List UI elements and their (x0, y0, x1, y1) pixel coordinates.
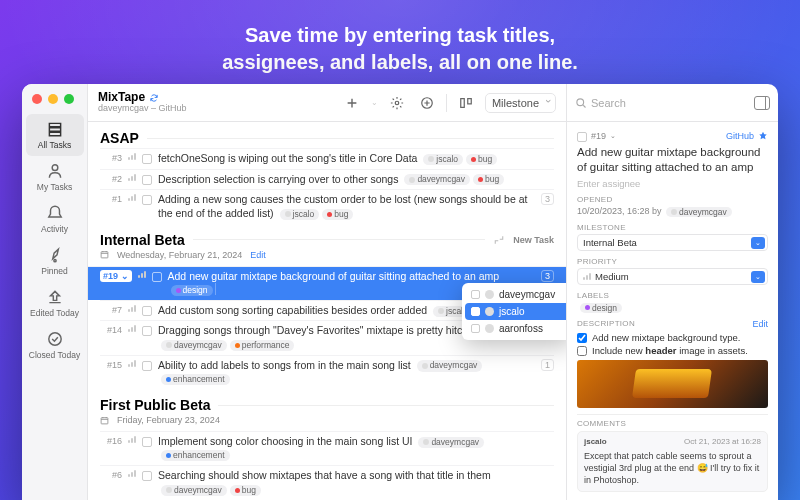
task-number: #14 (100, 324, 122, 335)
assignee-tag[interactable]: daveymcgav (417, 360, 483, 371)
comment-count[interactable]: 1 (541, 359, 554, 371)
edit-date-link[interactable]: Edit (250, 250, 266, 260)
task-row[interactable]: #2 Description selection is carrying ove… (100, 169, 554, 190)
assignee-tag[interactable]: daveymcgav (161, 340, 227, 351)
opened-info: 10/20/2023, 16:28 by daveymcgav (577, 206, 768, 217)
task-number: #16 (100, 435, 122, 446)
label-tag[interactable]: bug (322, 209, 353, 220)
chevron-down-icon[interactable]: ⌄ (371, 98, 378, 107)
group-title: ASAP (100, 130, 139, 146)
sidebar-item-closed-today[interactable]: Closed Today (26, 324, 84, 366)
priority-icon (128, 324, 136, 332)
traffic-lights[interactable] (22, 92, 74, 114)
assignee-tag[interactable]: jscalo (423, 154, 463, 165)
svg-rect-7 (101, 252, 108, 258)
comment: jscaloOct 21, 2023 at 16:28 Except that … (577, 431, 768, 492)
task-checkbox[interactable] (142, 326, 152, 336)
priority-icon (128, 435, 136, 443)
assignee-tag[interactable]: jscalo (280, 209, 320, 220)
sidebar-item-activity[interactable]: Activity (26, 198, 84, 240)
svg-point-0 (52, 165, 58, 171)
settings-button[interactable] (386, 92, 408, 114)
description-checkbox[interactable]: Include new header image in assets. (577, 345, 768, 356)
task-checkbox[interactable] (142, 471, 152, 481)
svg-rect-8 (101, 417, 108, 423)
app-window: All Tasks My Tasks Activity Pinned Edite… (22, 84, 778, 500)
priority-icon (128, 173, 136, 181)
sidebar-item-pinned[interactable]: Pinned (26, 240, 84, 282)
label-tag[interactable]: design (171, 285, 213, 296)
task-checkbox[interactable] (142, 195, 152, 205)
hero-line1: Save time by entering task titles, (0, 22, 800, 49)
close-icon[interactable] (32, 94, 42, 104)
sidebar-item-all-tasks[interactable]: All Tasks (26, 114, 84, 156)
sidebar-item-my-tasks[interactable]: My Tasks (26, 156, 84, 198)
task-row[interactable]: #15 Ability to add labels to songs from … (100, 355, 554, 389)
search-input[interactable]: Search (575, 97, 748, 109)
assignee-option[interactable]: aaronfoss (465, 320, 566, 337)
calendar-icon (100, 416, 109, 425)
assignee-tag[interactable]: daveymcgav (404, 174, 470, 185)
task-row[interactable]: #1 Adding a new song causes the custom o… (100, 189, 554, 223)
description-checkbox[interactable]: Add new mixtape background type. (577, 332, 768, 343)
milestone-field[interactable]: Internal Beta⌄ (577, 234, 768, 251)
label-tag[interactable]: bug (230, 485, 261, 496)
label-tag[interactable]: bug (466, 154, 497, 165)
task-title: fetchOneSong is wiping out the song's ti… (158, 152, 554, 166)
task-checkbox[interactable] (142, 154, 152, 164)
priority-field[interactable]: Medium⌄ (577, 268, 768, 285)
task-row[interactable]: #16 Implement song color choosing in the… (100, 431, 554, 465)
calendar-icon (100, 250, 109, 259)
add-button[interactable] (341, 92, 363, 114)
label-tag[interactable]: performance (230, 340, 295, 351)
assignee-option[interactable]: jscalo (465, 303, 566, 320)
task-title: Adding a new song causes the custom orde… (158, 193, 535, 220)
task-checkbox[interactable] (142, 361, 152, 371)
minimize-icon[interactable] (48, 94, 58, 104)
sidebar: All Tasks My Tasks Activity Pinned Edite… (22, 84, 88, 500)
assignee-input[interactable]: Enter assignee (577, 178, 768, 189)
assignee-tag[interactable]: daveymcgav (161, 485, 227, 496)
comment-date: Oct 21, 2023 at 16:28 (684, 437, 761, 448)
comment-count[interactable]: 3 (541, 270, 554, 282)
assignee-tag[interactable]: daveymcgav (418, 437, 484, 448)
task-row[interactable]: #3 fetchOneSong is wiping out the song's… (100, 148, 554, 169)
github-link[interactable]: GitHub (726, 131, 754, 141)
task-checkbox[interactable] (142, 175, 152, 185)
task-checkbox[interactable] (142, 306, 152, 316)
task-number: #3 (100, 152, 122, 163)
maximize-icon[interactable] (64, 94, 74, 104)
priority-icon (128, 304, 136, 312)
comment-count[interactable]: 3 (541, 193, 554, 205)
task-title: Implement song color choosing in the mai… (158, 435, 554, 462)
panel-toggle-icon[interactable] (754, 96, 770, 110)
priority-icon (128, 152, 136, 160)
sidebar-item-edited-today[interactable]: Edited Today (26, 282, 84, 324)
task-number: #1 (100, 193, 122, 204)
task-checkbox[interactable] (142, 437, 152, 447)
svg-point-1 (53, 260, 55, 262)
task-row[interactable]: #19 ⌄ Add new guitar mixtape background … (88, 266, 566, 300)
milestone-group: Internal Beta New Task Wednesday, Februa… (88, 232, 566, 397)
attachment-image[interactable] (577, 360, 768, 408)
label-tag[interactable]: enhancement (161, 374, 230, 385)
sync-icon (149, 93, 159, 103)
pin-icon[interactable] (758, 131, 768, 141)
labels-field[interactable]: design (577, 302, 768, 313)
filter-button[interactable] (416, 92, 438, 114)
task-checkbox[interactable] (152, 272, 162, 282)
assignee-option[interactable]: daveymcgav (465, 286, 566, 303)
milestone-select[interactable]: Milestone (485, 93, 556, 113)
task-row[interactable]: #6 Searching should show mixtapes that h… (100, 465, 554, 499)
edit-description-link[interactable]: Edit (752, 319, 768, 329)
new-task-button[interactable]: New Task (513, 235, 554, 245)
label-tag[interactable]: enhancement (161, 450, 230, 461)
repeat-icon[interactable] (493, 234, 505, 246)
label-tag[interactable]: bug (473, 174, 504, 185)
topbar: MixTape daveymcgav – GitHub ⌄ Milestone (88, 84, 566, 122)
hero-line2: assignees, and labels, all on one line. (0, 49, 800, 76)
task-title: Searching should show mixtapes that have… (158, 469, 554, 496)
group-title: Internal Beta (100, 232, 185, 248)
comment-body: Except that patch cable seems to sprout … (584, 450, 761, 486)
board-button[interactable] (455, 92, 477, 114)
